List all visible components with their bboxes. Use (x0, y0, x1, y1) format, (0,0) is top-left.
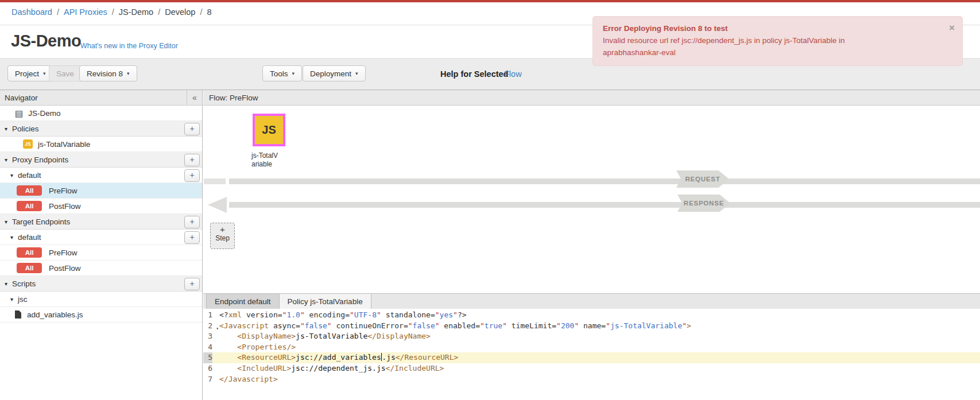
sidebar-item-js-totalvariable[interactable]: JSjs-TotalVariable (0, 137, 202, 152)
code-token: .js (382, 353, 395, 362)
line-number[interactable]: 7 (203, 374, 212, 385)
line-number[interactable]: 5 (203, 352, 212, 363)
code-line-4[interactable]: 4 <Properties/> (203, 342, 980, 353)
sidebar-item-default[interactable]: ▾default+ (0, 168, 202, 183)
sidebar-item-default[interactable]: ▾default+ (0, 230, 202, 245)
line-number[interactable]: 4 (203, 342, 212, 353)
js-policy-badge: JS (23, 139, 33, 149)
code-token (219, 364, 237, 372)
code-token: <IncludeURL> (237, 364, 291, 372)
code-token: async= (269, 321, 300, 330)
code-line-text: <Javascript async="false" continueOnErro… (212, 321, 691, 332)
file-icon (15, 310, 21, 319)
sidebar-item-label: PostFlow (49, 202, 81, 211)
code-line-3[interactable]: 3 <DisplayName>js-TotalVariable</Display… (203, 331, 980, 342)
navigator-sidebar: Navigator « ▤JS-Demo▾Policies+JSjs-Total… (0, 90, 203, 400)
add-button[interactable]: + (184, 154, 200, 166)
code-line-text: <IncludeURL>jsc://dependent_js.js</Inclu… (212, 363, 444, 374)
breadcrumb-api-proxies[interactable]: API Proxies (64, 7, 107, 17)
breadcrumb-separator: / (200, 7, 202, 17)
code-line-text: <Properties/> (212, 342, 296, 353)
add-button[interactable]: + (184, 278, 200, 290)
code-line-7[interactable]: 7</Javascript> (203, 374, 980, 385)
js-policy-node-label-line1: js-TotalV (251, 152, 278, 160)
flow-help-link[interactable]: Flow (504, 69, 522, 79)
tab-policy-js-totalvariable[interactable]: Policy js-TotalVariable (280, 294, 371, 309)
whats-new-link[interactable]: What's new in the Proxy Editor (80, 42, 178, 50)
breadcrumb-separator: / (112, 7, 114, 17)
disclosure-caret-icon[interactable]: ▾ (5, 157, 7, 163)
flow-canvas: JS js-TotalV ariable REQUEST RESPONSE + … (203, 106, 980, 293)
sidebar-item-preflow[interactable]: AllPreFlow (0, 245, 202, 261)
disclosure-caret-icon[interactable]: ▾ (5, 126, 7, 132)
code-token: " (300, 310, 305, 319)
sidebar-item-add-variables-js[interactable]: add_variables.js (0, 307, 202, 323)
line-number[interactable]: 6 (203, 363, 212, 374)
tools-menu-button[interactable]: Tools ▾ (262, 65, 302, 81)
disclosure-caret-icon[interactable]: ▾ (10, 296, 13, 302)
code-token: " (327, 321, 332, 330)
sidebar-item-js-demo[interactable]: ▤JS-Demo (0, 106, 202, 121)
code-token: yes (440, 310, 453, 319)
all-condition-badge: All (17, 185, 42, 196)
project-menu-button[interactable]: Project ▾ (7, 65, 53, 81)
code-line-2[interactable]: 2▾<Javascript async="false" continueOnEr… (203, 321, 980, 332)
code-token: <? (219, 310, 228, 319)
line-number[interactable]: 3 (203, 331, 212, 342)
code-token: </DisplayName> (367, 332, 431, 340)
fold-caret-icon[interactable]: ▾ (216, 324, 219, 335)
breadcrumb-dashboard[interactable]: Dashboard (11, 7, 52, 17)
deployment-menu-label: Deployment (310, 69, 351, 78)
add-button[interactable]: + (184, 169, 200, 182)
code-line-1[interactable]: 1<?xml version="1.0" encoding="UTF-8" st… (203, 310, 980, 321)
navigator-list: ▤JS-Demo▾Policies+JSjs-TotalVariable▾Pro… (0, 106, 202, 323)
tools-menu-label: Tools (270, 69, 288, 78)
line-number[interactable]: 2▾ (203, 321, 212, 332)
code-token: false (413, 321, 435, 330)
line-number[interactable]: 1 (203, 310, 212, 321)
breadcrumb-develop: Develop (165, 7, 195, 17)
code-token: xml (228, 310, 242, 319)
add-button[interactable]: + (184, 123, 200, 135)
code-token: " (480, 321, 485, 330)
all-condition-badge: All (17, 247, 42, 258)
sidebar-section-scripts[interactable]: ▾Scripts+ (0, 276, 202, 292)
disclosure-caret-icon[interactable]: ▾ (10, 234, 13, 240)
sidebar-item-preflow[interactable]: AllPreFlow (0, 183, 202, 199)
sidebar-item-postflow[interactable]: AllPostFlow (0, 199, 202, 214)
revision-menu-button[interactable]: Revision 8 ▾ (79, 65, 137, 81)
request-flow-line (229, 178, 980, 184)
code-area[interactable]: 1<?xml version="1.0" encoding="UTF-8" st… (203, 309, 980, 385)
sidebar-item-jsc[interactable]: ▾jsc (0, 292, 202, 307)
sidebar-section-policies[interactable]: ▾Policies+ (0, 121, 202, 137)
close-icon[interactable]: × (949, 21, 955, 36)
disclosure-caret-icon[interactable]: ▾ (5, 281, 7, 287)
code-token: true (485, 321, 502, 330)
code-token: </ResourceURL> (396, 353, 459, 362)
sidebar-section-proxy-endpoints[interactable]: ▾Proxy Endpoints+ (0, 152, 202, 168)
save-button[interactable]: Save (49, 65, 82, 81)
disclosure-caret-icon[interactable]: ▾ (10, 172, 13, 178)
sidebar-item-postflow[interactable]: AllPostFlow (0, 261, 202, 276)
code-token: 1.0 (286, 310, 300, 319)
code-token: 200 (561, 321, 574, 330)
help-for-selected-label: Help for Selected (440, 69, 508, 79)
add-button[interactable]: + (184, 231, 200, 244)
add-step-button[interactable]: + Step (210, 223, 235, 249)
proxy-overview-icon: ▤ (15, 109, 23, 118)
all-condition-badge: All (17, 201, 42, 211)
deployment-menu-button[interactable]: Deployment ▾ (303, 65, 366, 81)
code-token: " (556, 321, 561, 330)
disclosure-caret-icon[interactable]: ▾ (5, 219, 7, 225)
code-token: </Javascript> (219, 375, 278, 383)
collapse-sidebar-icon[interactable]: « (187, 90, 202, 105)
sidebar-section-target-endpoints[interactable]: ▾Target Endpoints+ (0, 214, 202, 230)
js-policy-node[interactable]: JS (253, 114, 285, 146)
sidebar-item-label: Proxy Endpoints (12, 156, 68, 164)
code-line-5[interactable]: 5 <ResourceURL>jsc://add_variables.js</R… (203, 352, 980, 363)
add-button[interactable]: + (184, 216, 200, 228)
tab-endpoint-default[interactable]: Endpoint default (206, 294, 280, 309)
code-token: " (435, 321, 440, 330)
code-line-6[interactable]: 6 <IncludeURL>jsc://dependent_js.js</Inc… (203, 363, 980, 374)
code-token: jsc://dependent_js.js (291, 364, 385, 372)
